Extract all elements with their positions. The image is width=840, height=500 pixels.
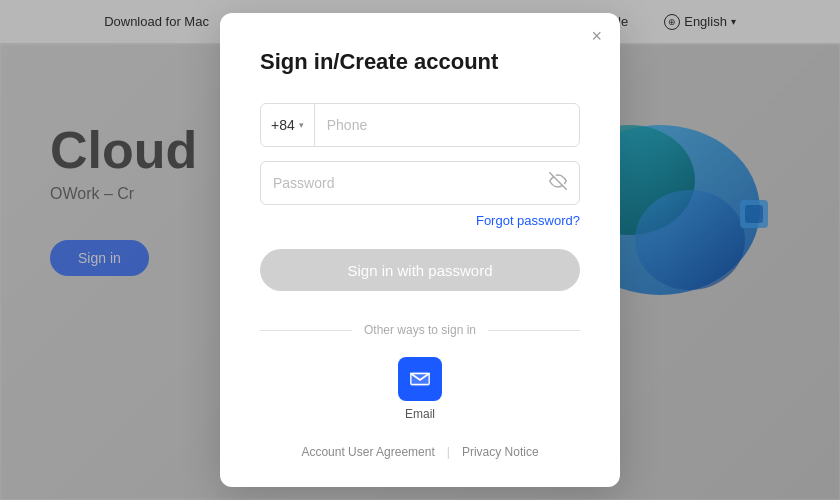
divider: Other ways to sign in	[260, 323, 580, 337]
forgot-password-link[interactable]: Forgot password?	[476, 213, 580, 228]
toggle-password-icon[interactable]	[537, 172, 579, 194]
password-input[interactable]	[261, 175, 537, 191]
divider-line-right	[488, 330, 580, 331]
phone-input[interactable]	[315, 117, 579, 133]
chevron-down-icon: ▾	[299, 120, 304, 130]
modal-title: Sign in/Create account	[260, 49, 580, 75]
modal-footer: Account User Agreement | Privacy Notice	[260, 445, 580, 459]
email-signin-option[interactable]: Email	[398, 357, 442, 421]
country-code-selector[interactable]: +84 ▾	[261, 104, 315, 146]
phone-input-row: +84 ▾	[260, 103, 580, 147]
country-code-value: +84	[271, 117, 295, 133]
divider-text: Other ways to sign in	[364, 323, 476, 337]
agreement-link[interactable]: Account User Agreement	[301, 445, 434, 459]
email-label: Email	[405, 407, 435, 421]
other-ways-section: Email	[260, 357, 580, 421]
divider-line-left	[260, 330, 352, 331]
password-input-row	[260, 161, 580, 205]
footer-separator: |	[447, 445, 450, 459]
close-button[interactable]: ×	[591, 27, 602, 45]
privacy-link[interactable]: Privacy Notice	[462, 445, 539, 459]
signin-with-password-button[interactable]: Sign in with password	[260, 249, 580, 291]
sign-in-modal: × Sign in/Create account +84 ▾ Forgot pa…	[220, 13, 620, 487]
email-icon-box	[398, 357, 442, 401]
forgot-password-row: Forgot password?	[260, 211, 580, 229]
email-icon	[409, 368, 431, 390]
